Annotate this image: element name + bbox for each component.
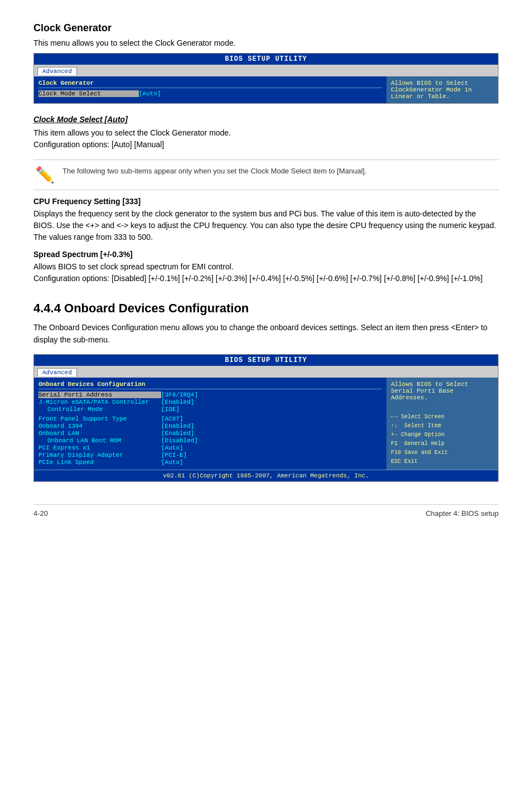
bios-left-onboard: Onboard Devices Configuration Serial Por… bbox=[34, 378, 386, 470]
hint-change-option: +- Change Option bbox=[391, 431, 494, 439]
onboard-devices-title: 4.4.4 Onboard Devices Configuration bbox=[33, 301, 499, 316]
footer-page-number: 4-20 bbox=[33, 509, 48, 518]
bios-value-clock-mode-select: [Auto] bbox=[139, 90, 161, 97]
bios-label-ctrl-mode: Controller Mode bbox=[38, 406, 161, 413]
bios-label-onboard-lan: Onboard LAN bbox=[38, 430, 161, 437]
bios-label-serial-port1: Serial Port1 Address bbox=[38, 392, 161, 398]
bios-row-serial-port1: Serial Port1 Address [3F8/IRQ4] bbox=[38, 392, 382, 398]
bios-value-primary-display: [PCI-E] bbox=[161, 452, 187, 458]
bios-row-front-panel: Front Panel Support Type [AC97] bbox=[38, 416, 382, 422]
bios-row-jmicron: J-Micron eSATA/PATA Controller [Enabled] bbox=[38, 399, 382, 405]
hint-select-screen: ←→ Select Screen bbox=[391, 413, 494, 422]
bios-tab-row-onboard: Advanced bbox=[34, 366, 498, 378]
bios-right-clock: Allows BIOS to Select ClockGenerator Mod… bbox=[386, 76, 498, 103]
bios-left-clock: Clock Generator Clock Mode Select [Auto] bbox=[34, 76, 386, 103]
bios-row-onboard-lan: Onboard LAN [Enabled] bbox=[38, 430, 382, 437]
bios-tab-row-clock: Advanced bbox=[34, 65, 498, 76]
page-footer: 4-20 Chapter 4: BIOS setup bbox=[33, 504, 499, 518]
bios-value-pcie-link-speed: [Auto] bbox=[161, 459, 183, 466]
spread-spectrum-body: Allows BIOS to set clock spread spectrum… bbox=[33, 261, 499, 284]
bios-value-serial-port1: [3F8/IRQ4] bbox=[161, 392, 198, 398]
bios-label-onboard-1394: Onboard 1394 bbox=[38, 423, 161, 429]
bios-box-clock: BIOS SETUP UTILITY Advanced Clock Genera… bbox=[33, 53, 499, 104]
clock-mode-subsection-title: Clock Mode Select [Auto] bbox=[33, 115, 499, 124]
clock-generator-intro: This menu allows you to select the Clock… bbox=[33, 38, 499, 47]
bios-hints-onboard: ←→ Select Screen ↑↓ Select Item +- Chang… bbox=[391, 413, 494, 466]
bios-body-clock: Clock Generator Clock Mode Select [Auto]… bbox=[34, 76, 498, 103]
bios-right-onboard: Allows BIOS to Select Serial Port1 Base … bbox=[386, 378, 498, 470]
bios-label-primary-display: Primary Display Adapter bbox=[38, 452, 161, 458]
bios-value-lan-boot-rom: [Disabled] bbox=[161, 437, 198, 444]
bios-row-primary-display: Primary Display Adapter [PCI-E] bbox=[38, 452, 382, 458]
bios-row-ctrl-mode: Controller Mode [IDE] bbox=[38, 406, 382, 413]
bios-tab-advanced-clock[interactable]: Advanced bbox=[37, 67, 77, 75]
bios-value-pci-express: [Auto] bbox=[161, 445, 183, 451]
onboard-devices-intro: The Onboard Devices Configuration menu a… bbox=[33, 321, 499, 346]
cpu-freq-title: CPU Frequency Setting [333] bbox=[33, 197, 499, 206]
bios-tab-advanced-onboard[interactable]: Advanced bbox=[37, 368, 77, 376]
bios-value-jmicron: [Enabled] bbox=[161, 399, 194, 405]
bios-value-ctrl-mode: [IDE] bbox=[161, 406, 180, 413]
bios-label-clock-mode-select: Clock Mode Select bbox=[38, 90, 139, 97]
clock-generator-title: Clock Generator bbox=[33, 22, 499, 34]
bios-section-clock-label: Clock Generator bbox=[38, 80, 382, 88]
bios-label-pci-express: PCI Express x1 bbox=[38, 445, 161, 451]
bios-label-lan-boot-rom: Onboard LAN Boot ROM bbox=[38, 437, 161, 444]
spread-spectrum-body2: Configuration options: [Disabled] [+/-0.… bbox=[33, 273, 499, 284]
bios-help-clock: Allows BIOS to Select ClockGenerator Mod… bbox=[391, 80, 472, 100]
bios-label-pcie-link-speed: PCIe Link Speed bbox=[38, 459, 161, 466]
bios-row-pcie-link-speed: PCIe Link Speed [Auto] bbox=[38, 459, 382, 466]
pencil-icon: ✏️ bbox=[33, 166, 56, 184]
bios-header-clock: BIOS SETUP UTILITY bbox=[34, 54, 498, 65]
bios-body-onboard: Onboard Devices Configuration Serial Por… bbox=[34, 378, 498, 470]
bios-box-onboard: BIOS SETUP UTILITY Advanced Onboard Devi… bbox=[33, 354, 499, 482]
bios-help-onboard: Allows BIOS to Select Serial Port1 Base … bbox=[391, 381, 494, 401]
clock-mode-subsection: Clock Mode Select [Auto] This item allow… bbox=[33, 115, 499, 151]
cpu-freq-body: Displays the frequency sent by the clock… bbox=[33, 208, 499, 243]
bios-row-onboard-1394: Onboard 1394 [Enabled] bbox=[38, 423, 382, 429]
note-text-clock: The following two sub-items appear only … bbox=[62, 166, 367, 177]
bios-label-jmicron: J-Micron eSATA/PATA Controller bbox=[38, 399, 161, 405]
bios-header-onboard: BIOS SETUP UTILITY bbox=[34, 355, 498, 366]
bios-section-onboard-label: Onboard Devices Configuration bbox=[38, 381, 382, 389]
bios-label-front-panel: Front Panel Support Type bbox=[38, 416, 161, 422]
bios-value-onboard-lan: [Enabled] bbox=[161, 430, 194, 437]
bios-row-lan-boot-rom: Onboard LAN Boot ROM [Disabled] bbox=[38, 437, 382, 444]
bios-footer-onboard: v02.61 (C)Copyright 1985-2007, American … bbox=[34, 470, 498, 481]
hint-save-exit: F10 Save and Exit bbox=[391, 448, 494, 457]
hint-esc-exit: ESC Exit bbox=[391, 457, 494, 466]
spread-spectrum-title: Spread Spectrum [+/-0.3%] bbox=[33, 250, 499, 259]
note-box-clock: ✏️ The following two sub-items appear on… bbox=[33, 160, 499, 190]
clock-mode-body2: Configuration options: [Auto] [Manual] bbox=[33, 139, 499, 151]
bios-row-clock-mode-select: Clock Mode Select [Auto] bbox=[38, 90, 382, 97]
bios-value-onboard-1394: [Enabled] bbox=[161, 423, 194, 429]
clock-mode-subsection-body: This item allows you to select the Clock… bbox=[33, 127, 499, 151]
bios-row-pci-express: PCI Express x1 [Auto] bbox=[38, 445, 382, 451]
clock-mode-body1: This item allows you to select the Clock… bbox=[33, 127, 499, 139]
hint-select-item: ↑↓ Select Item bbox=[391, 422, 494, 431]
hint-general-help: F1 General Help bbox=[391, 439, 494, 448]
spread-spectrum-body1: Allows BIOS to set clock spread spectrum… bbox=[33, 261, 499, 273]
bios-value-front-panel: [AC97] bbox=[161, 416, 183, 422]
footer-chapter: Chapter 4: BIOS setup bbox=[425, 509, 499, 518]
